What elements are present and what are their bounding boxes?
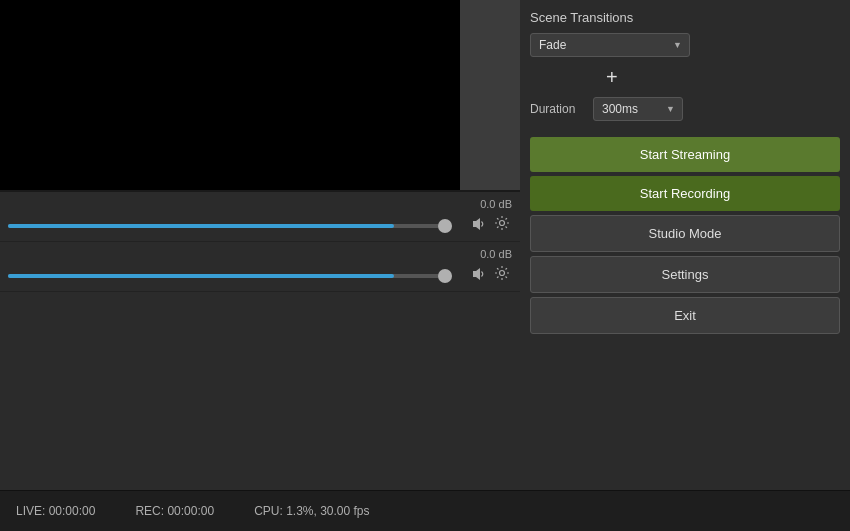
audio-mixer: 0.0 dB bbox=[0, 190, 520, 490]
duration-row: Duration 300ms 500ms 1000ms bbox=[530, 97, 840, 121]
svg-point-0 bbox=[500, 221, 505, 226]
right-panel: Scene Transitions Fade Cut + Duration 30… bbox=[520, 0, 850, 490]
audio-track: 0.0 dB bbox=[0, 242, 520, 292]
volume-icon[interactable] bbox=[470, 215, 488, 233]
audio-slider-track bbox=[8, 224, 452, 228]
audio-controls-1 bbox=[470, 215, 512, 233]
audio-db-label-2: 0.0 dB bbox=[480, 248, 512, 260]
audio-controls-2 bbox=[470, 265, 512, 283]
action-buttons: Start Streaming Start Recording Studio M… bbox=[530, 137, 840, 334]
transition-select-wrapper[interactable]: Fade Cut bbox=[530, 33, 690, 57]
start-recording-button[interactable]: Start Recording bbox=[530, 176, 840, 211]
preview-panel: 0.0 dB bbox=[0, 0, 520, 490]
volume-icon-2[interactable] bbox=[470, 265, 488, 283]
transition-row: Fade Cut bbox=[530, 33, 840, 57]
gear-icon-2[interactable] bbox=[494, 265, 512, 283]
scene-transitions-title: Scene Transitions bbox=[530, 10, 840, 25]
status-bar: LIVE: 00:00:00 REC: 00:00:00 CPU: 1.3%, … bbox=[0, 490, 850, 531]
start-streaming-button[interactable]: Start Streaming bbox=[530, 137, 840, 172]
duration-select-wrapper[interactable]: 300ms 500ms 1000ms bbox=[593, 97, 683, 121]
audio-db-label: 0.0 dB bbox=[480, 198, 512, 210]
audio-slider-track-2 bbox=[8, 274, 452, 278]
settings-button[interactable]: Settings bbox=[530, 256, 840, 293]
cpu-status: CPU: 1.3%, 30.00 fps bbox=[254, 504, 369, 518]
preview-screen-right bbox=[460, 0, 520, 190]
audio-slider-fill-2 bbox=[8, 274, 394, 278]
audio-slider-1[interactable] bbox=[8, 224, 512, 228]
scene-transitions-section: Scene Transitions Fade Cut + Duration 30… bbox=[530, 10, 840, 121]
exit-button[interactable]: Exit bbox=[530, 297, 840, 334]
add-transition-button[interactable]: + bbox=[600, 65, 624, 89]
audio-slider-thumb[interactable] bbox=[438, 219, 452, 233]
gear-icon[interactable] bbox=[494, 215, 512, 233]
duration-label: Duration bbox=[530, 102, 585, 116]
preview-screen-left bbox=[0, 0, 460, 190]
rec-status: REC: 00:00:00 bbox=[135, 504, 214, 518]
duration-select[interactable]: 300ms 500ms 1000ms bbox=[593, 97, 683, 121]
live-status: LIVE: 00:00:00 bbox=[16, 504, 95, 518]
audio-slider-thumb-2[interactable] bbox=[438, 269, 452, 283]
audio-slider-fill bbox=[8, 224, 394, 228]
svg-point-1 bbox=[500, 271, 505, 276]
audio-slider-2[interactable] bbox=[8, 274, 512, 278]
audio-track: 0.0 dB bbox=[0, 192, 520, 242]
transition-select[interactable]: Fade Cut bbox=[530, 33, 690, 57]
studio-mode-button[interactable]: Studio Mode bbox=[530, 215, 840, 252]
